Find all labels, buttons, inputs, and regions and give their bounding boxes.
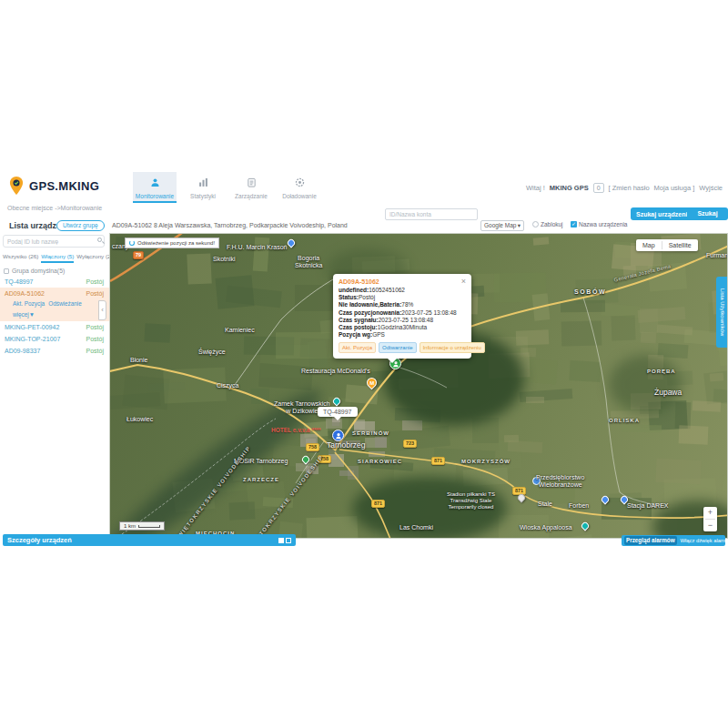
map-label: Kamieniec [225, 327, 255, 334]
device-row[interactable]: MKING-TOP-21007Postój [0, 333, 109, 345]
map-canvas[interactable]: 79758758723871871871 M czanyF.H.U. Marci… [109, 233, 728, 539]
playback-button[interactable]: Odtwarzanie [379, 342, 417, 353]
sidebar-tabs: Wszystko (26) Włączony (5) Wyłączony (21… [3, 253, 107, 263]
map-label: MOKRZYSZÓW [461, 459, 511, 465]
poi-pin-appaloosa[interactable] [581, 522, 589, 530]
device-group-row[interactable]: Grupa domyślna(5) [4, 268, 109, 274]
map-label: Wioska Appaloosa [520, 524, 572, 531]
poi-pin-castle[interactable] [333, 398, 340, 405]
device-status: Postój [86, 290, 104, 297]
zoom-in-button[interactable]: + [703, 507, 717, 519]
app-header: GPS.MKING Monitorowanie Statystyki Zarzą… [0, 171, 728, 202]
group-label: Grupa domyślna(5) [12, 268, 65, 274]
popup-arrow [388, 359, 397, 363]
current-position-link[interactable]: Akt. Pozycja [13, 300, 45, 307]
device-row[interactable]: TQ-48997Postój [0, 276, 109, 288]
tab-monitorowanie[interactable]: Monitorowanie [133, 172, 177, 203]
device-name[interactable]: MKING-TOP-21007 [5, 336, 60, 342]
refresh-icon [129, 240, 135, 246]
popup-row: Pozycja wg:GPS [339, 331, 466, 339]
mcdonalds-marker[interactable]: M [367, 378, 377, 388]
poi-pin-forben[interactable] [602, 496, 609, 503]
scale-bar [138, 525, 160, 528]
map-label: Skotniki [213, 256, 236, 263]
alarm-overview-label[interactable]: Przegląd alarmów [624, 536, 677, 545]
popup-row: undefined:16052451062 [339, 287, 466, 294]
create-group-button[interactable]: Utwórz grupę [56, 220, 105, 231]
popup-buttons: Akt. PozycjaOdtwarzanieInformacje o urzą… [339, 342, 466, 353]
map-label: SIARKOWIEC [358, 459, 402, 465]
user-list-vertical-tab[interactable]: Lista Użytkowników [716, 277, 727, 348]
map-label: SERBINÓW [352, 430, 389, 437]
management-icon [247, 177, 257, 187]
tab-statystyki[interactable]: Statystyki [181, 172, 225, 203]
map-label: SOBÓW [574, 288, 606, 296]
satellite-button[interactable]: Satellite [662, 239, 698, 251]
refresh-notice-text: Odświeżenie pozycji za sekund! [137, 240, 215, 246]
group-checkbox[interactable] [4, 268, 9, 274]
tab-label: Zarządzanie [229, 193, 273, 199]
lock-checkbox-group[interactable]: Zablokuj [532, 221, 563, 228]
device-names-checkbox[interactable]: ✓ [571, 221, 577, 228]
current-position-button[interactable]: Akt. Pozycja [339, 342, 376, 353]
device-names-label: Nazwa urządzenia [579, 221, 627, 228]
device-name[interactable]: TQ-48997 [5, 278, 34, 285]
road-shield: 758 [306, 443, 319, 451]
lock-checkbox[interactable] [532, 221, 539, 228]
tab-doladowanie[interactable]: Doładowanie [278, 172, 321, 203]
logout-link[interactable]: Wyjście [699, 184, 723, 192]
tab-all-devices[interactable]: Wszystko (26) [3, 253, 38, 263]
device-status: Postój [86, 336, 104, 342]
zoom-out-button[interactable]: − [703, 520, 717, 531]
device-name[interactable]: MKING-PET-00942 [5, 324, 59, 330]
map-label: Świężyce [198, 349, 226, 356]
device-row[interactable]: MKING-PET-00942Postój [0, 321, 109, 333]
close-icon[interactable]: × [461, 278, 466, 285]
device-balloon[interactable]: TQ-48997 [318, 407, 358, 417]
device-details-bar[interactable]: Szczegóły urządzeń [3, 534, 296, 546]
map-type-value: Google Map [484, 222, 516, 229]
scale-label: 1 km [124, 523, 136, 529]
alarm-bar[interactable]: Przegląd alarmów Włącz dźwięk alarmu 2s [622, 535, 725, 546]
details-bar-label: Szczegóły urządzeń [7, 534, 72, 546]
notification-badge[interactable]: 0 [593, 183, 604, 193]
poi-pin-mosir[interactable] [302, 456, 309, 463]
monitoring-icon [150, 177, 160, 187]
sidebar-collapse-handle[interactable]: ‹ [98, 300, 106, 320]
breadcrumb: Obecne miejsce ->Monitorowanie [7, 205, 102, 211]
map-label: BogoriaSkotnicka [295, 255, 322, 270]
device-list: TQ-48997PostójAD09A-51062PostójAkt. Pozy… [0, 276, 109, 357]
account-name[interactable]: MKING GPS [550, 184, 589, 192]
map-label: Żupawa [654, 388, 682, 397]
popup-row: Czas pozycjonowania:2023-07-25 13:08:48 [339, 309, 466, 317]
my-service-link[interactable]: Moja usługa ] [654, 184, 695, 192]
device-row[interactable]: AD09A-51062PostójAkt. PozycjaOdświeżanie… [0, 288, 109, 321]
device-sidebar: Wszystko (26) Włączony (5) Wyłączony (21… [0, 233, 109, 539]
panel-icon[interactable] [278, 538, 284, 543]
expand-icon[interactable] [286, 538, 291, 543]
device-name[interactable]: AD09A-51062 [5, 290, 45, 297]
main-nav: Monitorowanie Statystyki Zarządzanie Doł… [133, 172, 321, 203]
zoom-controls: + − [703, 507, 717, 531]
poi-pin-krason[interactable] [288, 239, 295, 247]
selected-device-address: AD09A-51062 8 Aleja Warszawska, Tarnobrz… [112, 222, 494, 228]
tab-zarzadzanie[interactable]: Zarządzanie [229, 172, 273, 203]
map-label: Restauracja McDonald's [301, 368, 370, 375]
map-type-select[interactable]: Google Map ▾ [480, 220, 524, 231]
poi-pin-stadium[interactable] [518, 494, 525, 501]
account-search-input[interactable] [385, 208, 478, 220]
tab-label: Statystyki [181, 193, 225, 199]
tab-online-devices[interactable]: Włączony (5) [41, 253, 74, 263]
device-info-button[interactable]: Informacje o urządzeniu [420, 342, 485, 353]
refresh-link[interactable]: Odświeżanie [48, 300, 82, 307]
popup-title: AD09A-51062 [339, 278, 379, 285]
device-names-checkbox-group[interactable]: ✓ Nazwa urządzenia [571, 221, 627, 228]
search-account-button[interactable]: Szukaj konta [687, 207, 728, 220]
change-password-link[interactable]: [ Zmień hasło [609, 184, 650, 192]
more-link[interactable]: więcej▼ [13, 311, 35, 318]
device-search-input[interactable] [3, 235, 105, 248]
road-shield: 871 [431, 457, 445, 465]
device-name[interactable]: AD09-98337 [5, 348, 40, 354]
device-row[interactable]: AD09-98337Postój [0, 345, 109, 357]
map-button[interactable]: Map [636, 239, 662, 251]
